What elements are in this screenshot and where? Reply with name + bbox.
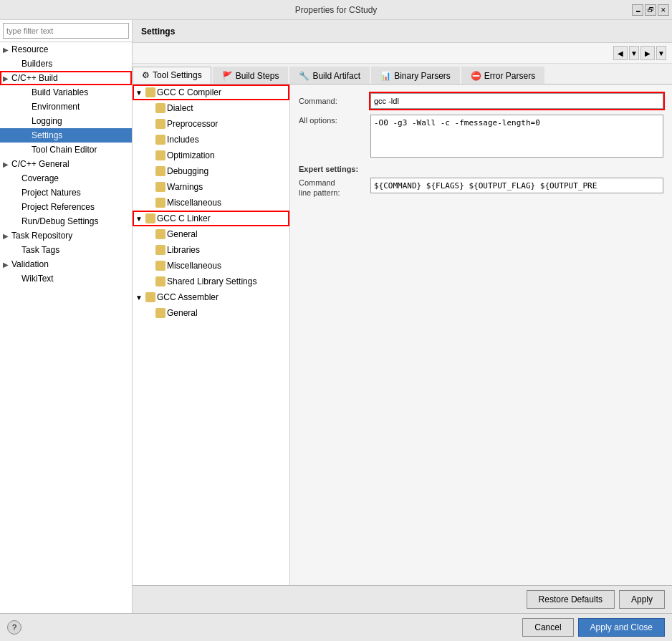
sidebar-item-builders[interactable]: Builders [0, 57, 132, 71]
main-content: ▶ResourceBuilders▶C/C++ BuildBuild Varia… [0, 20, 672, 613]
settings-tree-item-optimization[interactable]: Optimization [133, 148, 289, 163]
expert-title: Expert settings: [299, 165, 663, 173]
window-title: Properties for CStudy [295, 5, 378, 15]
sidebar-item-label-tool-chain-editor: Tool Chain Editor [32, 145, 97, 155]
command-pattern-input[interactable] [370, 178, 663, 193]
settings-tree-item-general-linker[interactable]: General [133, 226, 289, 242]
command-label: Command: [299, 97, 370, 105]
settings-tree-item-libraries[interactable]: Libraries [133, 242, 289, 258]
sidebar-item-logging[interactable]: Logging [0, 114, 132, 128]
stree-item-icon-includes [155, 135, 165, 145]
minimize-button[interactable]: 🗕 [632, 4, 643, 16]
settings-tree: ▼GCC C CompilerDialectPreprocessorInclud… [133, 85, 290, 585]
settings-tree-item-shared-library-settings[interactable]: Shared Library Settings [133, 274, 289, 289]
sidebar-item-task-repository[interactable]: ▶Task Repository [0, 228, 132, 243]
sidebar-item-settings[interactable]: Settings [0, 128, 132, 143]
back-dropdown[interactable]: ▼ [629, 46, 639, 60]
settings-tree-item-dialect[interactable]: Dialect [133, 100, 289, 116]
forward-button[interactable]: ▶ [640, 46, 655, 60]
restore-defaults-button[interactable]: Restore Defaults [527, 590, 615, 609]
sidebar-item-cpp-build[interactable]: ▶C/C++ Build [0, 71, 132, 85]
maximize-button[interactable]: 🗗 [645, 4, 656, 16]
settings-tree-item-debugging[interactable]: Debugging [133, 163, 289, 179]
tab-tool-settings[interactable]: ⚙Tool Settings [133, 67, 211, 84]
sidebar-item-wikitext[interactable]: WikiText [0, 271, 132, 286]
stree-item-icon-debugging [155, 166, 165, 176]
sidebar-item-label-project-natures: Project Natures [21, 188, 81, 198]
settings-tree-item-miscellaneous-compiler[interactable]: Miscellaneous [133, 195, 289, 211]
settings-tree-item-gcc-assembler[interactable]: ▼GCC Assembler [133, 289, 289, 305]
help-button[interactable]: ? [7, 620, 21, 635]
tab-label-build-steps: Build Steps [236, 71, 279, 81]
stree-item-label-dialect: Dialect [167, 103, 193, 113]
tab-icon-build-steps: 🚩 [222, 71, 233, 81]
command-input[interactable] [370, 93, 663, 109]
stree-item-icon-miscellaneous-compiler [155, 198, 165, 208]
tabs-bar: ⚙Tool Settings🚩Build Steps🔧Build Artifac… [133, 64, 672, 85]
filter-box [0, 20, 132, 42]
stree-expand-icon-gcc-assembler: ▼ [135, 294, 145, 302]
sidebar-item-coverage[interactable]: Coverage [0, 171, 132, 185]
command-row: Command: [299, 93, 663, 109]
apply-and-close-button[interactable]: Apply and Close [578, 618, 665, 637]
sidebar-item-project-references[interactable]: Project References [0, 200, 132, 214]
expand-icon-validation: ▶ [3, 261, 11, 269]
sidebar-item-cpp-general[interactable]: ▶C/C++ General [0, 157, 132, 171]
sidebar-item-resource[interactable]: ▶Resource [0, 42, 132, 57]
close-button[interactable]: ✕ [658, 4, 669, 16]
filter-input[interactable] [3, 23, 129, 39]
forward-dropdown[interactable]: ▼ [656, 46, 666, 60]
settings-tree-item-gcc-c-linker[interactable]: ▼GCC C Linker [133, 211, 289, 226]
stree-expand-icon-gcc-c-compiler: ▼ [135, 89, 145, 97]
settings-tree-item-general-assembler[interactable]: General [133, 305, 289, 321]
sidebar-item-label-project-references: Project References [21, 202, 95, 212]
stree-item-icon-gcc-c-compiler [145, 87, 155, 97]
left-tree: ▶ResourceBuilders▶C/C++ BuildBuild Varia… [0, 42, 132, 613]
sidebar-item-label-environment: Environment [32, 102, 80, 112]
tab-build-steps[interactable]: 🚩Build Steps [213, 67, 289, 84]
nav-arrows: ◀ ▼ ▶ ▼ [133, 43, 672, 64]
sidebar-item-label-coverage: Coverage [21, 173, 59, 183]
title-bar: Properties for CStudy 🗕 🗗 ✕ [0, 0, 672, 20]
tab-binary-parsers[interactable]: 📊Binary Parsers [371, 67, 460, 84]
settings-tree-item-miscellaneous-linker[interactable]: Miscellaneous [133, 258, 289, 274]
sidebar-item-build-variables[interactable]: Build Variables [0, 85, 132, 100]
stree-item-label-gcc-c-linker: GCC C Linker [157, 213, 211, 223]
apply-button[interactable]: Apply [619, 590, 665, 609]
stree-item-icon-optimization [155, 150, 165, 160]
sidebar-item-validation[interactable]: ▶Validation [0, 257, 132, 271]
sidebar-item-label-task-repository: Task Repository [11, 231, 72, 241]
sidebar-item-label-build-variables: Build Variables [32, 87, 88, 97]
tab-error-parsers[interactable]: ⛔Error Parsers [461, 67, 544, 84]
sidebar-item-environment[interactable]: Environment [0, 100, 132, 114]
stree-item-label-optimization: Optimization [167, 150, 215, 160]
content-area: ▼GCC C CompilerDialectPreprocessorInclud… [133, 85, 672, 585]
back-button[interactable]: ◀ [613, 46, 628, 60]
sidebar-item-tool-chain-editor[interactable]: Tool Chain Editor [0, 143, 132, 157]
sidebar-item-label-builders: Builders [21, 59, 52, 69]
all-options-row: All options: [299, 115, 663, 158]
tab-build-artifact[interactable]: 🔧Build Artifact [289, 67, 370, 84]
expand-icon-task-repository: ▶ [3, 232, 11, 240]
panel-title: Settings [141, 26, 175, 37]
stree-item-icon-gcc-c-linker [145, 213, 155, 223]
cancel-button[interactable]: Cancel [522, 618, 573, 637]
stree-item-label-general-linker: General [167, 229, 198, 239]
sidebar-item-label-resource: Resource [11, 44, 48, 54]
right-panel: Settings ◀ ▼ ▶ ▼ ⚙Tool Settings🚩Build St… [133, 20, 672, 613]
settings-tree-item-includes[interactable]: Includes [133, 132, 289, 148]
sidebar-item-label-run-debug-settings: Run/Debug Settings [21, 216, 98, 226]
command-pattern-label: Commandline pattern: [299, 178, 370, 198]
settings-tree-item-warnings[interactable]: Warnings [133, 179, 289, 195]
stree-item-label-miscellaneous-compiler: Miscellaneous [167, 198, 221, 208]
all-options-textarea[interactable] [370, 115, 663, 158]
sidebar-item-label-wikitext: WikiText [21, 274, 54, 284]
sidebar-item-project-natures[interactable]: Project Natures [0, 185, 132, 200]
tab-label-error-parsers: Error Parsers [484, 71, 535, 81]
stree-item-icon-preprocessor [155, 119, 165, 129]
expand-icon-cpp-general: ▶ [3, 160, 11, 168]
sidebar-item-task-tags[interactable]: Task Tags [0, 243, 132, 257]
settings-tree-item-gcc-c-compiler[interactable]: ▼GCC C Compiler [133, 85, 289, 100]
sidebar-item-run-debug-settings[interactable]: Run/Debug Settings [0, 214, 132, 228]
settings-tree-item-preprocessor[interactable]: Preprocessor [133, 116, 289, 132]
